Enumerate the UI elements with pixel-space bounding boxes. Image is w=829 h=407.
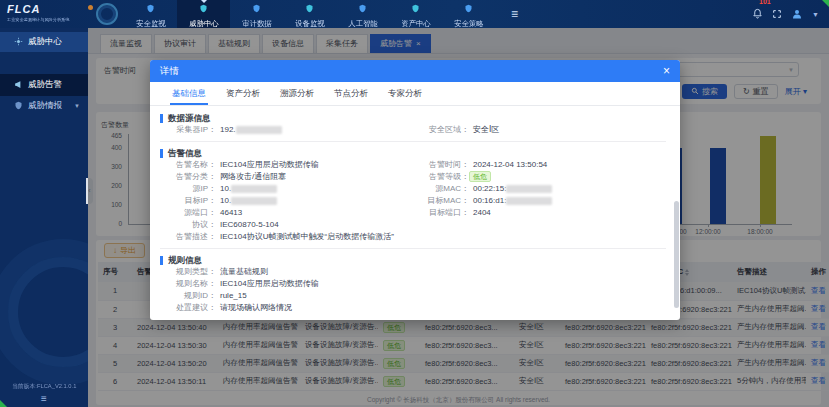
sidebar-collapse-icon[interactable]: ≡ [0,394,88,404]
sidebar-item-label: 威胁情报 [28,100,62,112]
modal-section-0: 数据源信息采集器IP：192.安全区域：安全Ⅰ区 [160,112,666,142]
sidebar-item-label: 威胁告警 [28,79,62,91]
field: 目标MAC：00:16:d1: [413,195,666,207]
field-label: 协议： [160,219,216,231]
field-value: IEC104应用层启动数据传输 [220,279,319,288]
redacted-value [236,126,282,134]
chevron-down-icon: ▼ [74,103,80,109]
nav-item-6[interactable]: 安全策略 [442,0,495,28]
field-value: IEC104协议U帧测试帧中触发“启动数据传输激活” [220,232,394,241]
close-icon[interactable]: × [663,65,670,77]
logo-badge-dot [88,5,93,10]
field-label: 安全区域： [413,124,469,136]
field-value: 流量基础规则 [220,267,268,276]
sidebar-decoration [8,257,88,367]
device-monitor-icon [305,0,314,17]
field-value: 10. [220,196,231,205]
field: 告警名称：IEC104应用层启动数据传输 [160,159,413,171]
app-logo: FLCA 工业安全监测审计与风险分析系统 [0,4,96,24]
modal-tab-1[interactable]: 资产分析 [216,82,270,105]
logo-emblem-graphic [96,3,118,25]
modal-tab-4[interactable]: 专家分析 [378,82,432,105]
notifications-button[interactable]: 101 [752,5,763,23]
version-label: 当前版本:FLCA_V2.1.0.1 [12,383,75,391]
field-value: IEC60870-5-104 [220,220,279,229]
field: 源MAC：00:22:15: [413,183,666,195]
primary-nav: 安全监视威胁中心审计数据设备监视人工智能资产中心安全策略 [124,0,495,28]
redacted-value [231,197,277,205]
field-value: 请现场确认网络情况 [220,303,292,312]
nav-item-4[interactable]: 人工智能 [336,0,389,28]
field: 目标IP：10. [160,195,413,207]
app-screen: FLCA 工业安全监测审计与风险分析系统 安全监视威胁中心审计数据设备监视人工智… [0,0,829,407]
field-label: 目标MAC： [413,195,469,207]
alarm-horn-icon [14,80,23,91]
field-label: 源端口： [160,207,216,219]
field: 源IP：10. [160,183,413,195]
field: 规则名称：IEC104应用层启动数据传输 [160,278,666,290]
modal-header: 详情 × [150,60,680,82]
topnav-actions: 101 ▼ [752,5,829,23]
sidebar-item-1[interactable]: 威胁告警 [0,74,88,96]
field-label: 采集器IP： [160,124,216,136]
nav-item-0[interactable]: 安全监视 [124,0,177,28]
section-title: 规则信息 [160,254,666,266]
logo-subtitle: 工业安全监测审计与风险分析系统 [7,18,53,22]
user-avatar[interactable] [791,8,803,20]
section-fields: 规则类型：流量基础规则规则名称：IEC104应用层启动数据传输规则ID：rule… [160,266,666,314]
field-label: 告警名称： [160,159,216,171]
field-value: 00:22:15: [473,184,506,193]
audit-data-icon [252,0,261,17]
field-label: 规则ID： [160,290,216,302]
gear-icon [14,37,23,48]
redacted-value [231,185,277,193]
ai-icon [358,0,367,17]
field-label: 告警等级： [413,171,469,183]
field-value: 网络攻击/通信阻塞 [220,172,286,181]
field-value: 192. [220,125,236,134]
sidebar-item-2[interactable]: 威胁情报▼ [0,96,88,116]
field: 告警分类：网络攻击/通信阻塞 [160,171,413,183]
field: 规则类型：流量基础规则 [160,266,666,278]
sidebar: 威胁中心威胁告警威胁情报▼ 当前版本:FLCA_V2.1.0.1 ≡ [0,28,88,407]
modal-tab-2[interactable]: 溯源分析 [270,82,324,105]
field: 处置建议：请现场确认网络情况 [160,302,666,314]
logo-title: FLCA [7,4,96,15]
modal-tab-0[interactable]: 基础信息 [162,82,216,105]
modal-tab-3[interactable]: 节点分析 [324,82,378,105]
bell-icon [752,5,763,23]
nav-item-5[interactable]: 资产中心 [389,0,442,28]
field-value: 46413 [220,208,242,217]
field-label: 告警时间： [413,159,469,171]
field-value: rule_15 [220,291,247,300]
field-value: 2404 [473,208,491,217]
fullscreen-icon[interactable] [772,9,782,19]
modal-scrollbar [674,110,679,316]
modal-section-2: 规则信息规则类型：流量基础规则规则名称：IEC104应用层启动数据传输规则ID：… [160,254,666,319]
nav-item-2[interactable]: 审计数据 [230,0,283,28]
field-label: 规则类型： [160,266,216,278]
section-title: 告警信息 [160,147,666,159]
section-fields: 告警名称：IEC104应用层启动数据传输告警时间：2024-12-04 13:5… [160,159,666,243]
field: 告警时间：2024-12-04 13:50:54 [413,159,666,171]
field-label: 目标端口： [413,207,469,219]
field: 安全区域：安全Ⅰ区 [413,124,666,136]
nav-item-3[interactable]: 设备监视 [283,0,336,28]
modal-tabbar: 基础信息资产分析溯源分析节点分析专家分析 [150,82,680,106]
asset-center-icon [411,0,420,17]
top-navbar: FLCA 工业安全监测审计与风险分析系统 安全监视威胁中心审计数据设备监视人工智… [0,0,829,28]
modal-body: 数据源信息采集器IP：192.安全区域：安全Ⅰ区告警信息告警名称：IEC104应… [150,106,680,319]
modal-title: 详情 [160,65,179,78]
sidebar-item-0[interactable]: 威胁中心 [0,32,88,52]
sidebar-item-label: 威胁中心 [28,36,62,48]
nav-more-icon[interactable]: ≡ [511,8,518,20]
intel-shield-icon [14,101,23,112]
field: 源端口：46413 [160,207,413,219]
security-policy-icon [464,0,473,17]
nav-item-1[interactable]: 威胁中心 [177,0,230,28]
user-menu-caret[interactable]: ▼ [812,11,819,18]
severity-badge: 低危 [469,171,491,182]
corner-mark-top-right [822,0,829,7]
modal-scrollbar-thumb[interactable] [674,201,679,308]
notification-badge: 101 [759,0,771,5]
